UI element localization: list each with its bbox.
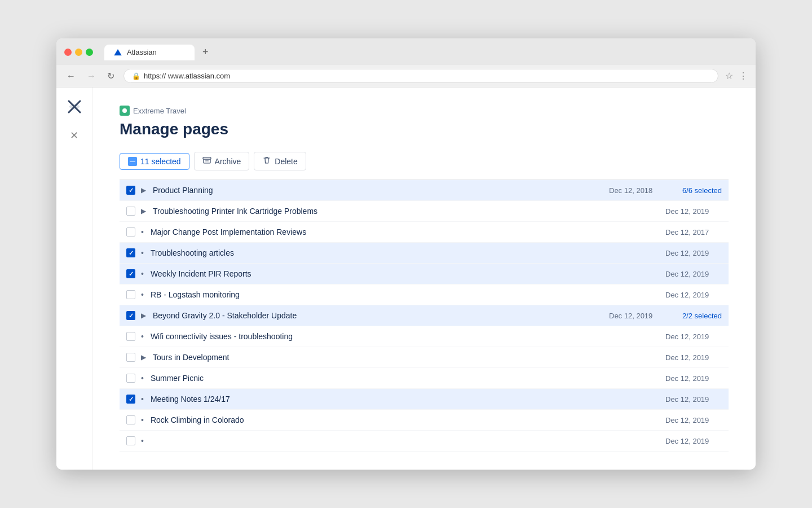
delete-icon bbox=[262, 156, 271, 167]
row-checkbox-unchecked[interactable] bbox=[126, 227, 135, 237]
fullscreen-traffic-light[interactable] bbox=[86, 49, 93, 56]
row-date: Dec 12, 2019 bbox=[665, 395, 722, 404]
project-icon bbox=[120, 106, 130, 116]
row-date: Dec 12, 2019 bbox=[665, 291, 722, 299]
row-date: Dec 12, 2019 bbox=[609, 312, 665, 320]
archive-label: Archive bbox=[215, 157, 241, 166]
row-checkbox-unchecked[interactable] bbox=[126, 332, 135, 341]
table-row[interactable]: •Wifi connectivity issues - troubleshoot… bbox=[120, 326, 729, 347]
row-checkbox-checked[interactable] bbox=[126, 186, 135, 195]
bullet-icon: • bbox=[141, 436, 144, 445]
expand-icon[interactable]: ▶ bbox=[141, 207, 146, 215]
url-bar[interactable]: 🔒 https:// www.atlassian.com bbox=[123, 69, 718, 83]
row-date: Dec 12, 2019 bbox=[665, 416, 722, 424]
table-row[interactable]: •Major Change Post Implementation Review… bbox=[120, 222, 729, 243]
row-date: Dec 12, 2019 bbox=[665, 353, 722, 362]
row-checkbox-unchecked[interactable] bbox=[126, 207, 135, 216]
row-title: Wifi connectivity issues - troubleshooti… bbox=[151, 332, 660, 341]
archive-button[interactable]: Archive bbox=[194, 152, 250, 170]
row-checkbox-unchecked[interactable] bbox=[126, 415, 135, 424]
sidebar: ✕ bbox=[56, 87, 92, 470]
address-bar-actions: ☆ ⋮ bbox=[725, 71, 748, 81]
table-row[interactable]: •Dec 12, 2019 bbox=[120, 431, 729, 452]
browser-body: ✕ Exxtreme Travel Manage pages — 11 sele… bbox=[56, 87, 756, 470]
reload-button[interactable]: ↻ bbox=[105, 69, 117, 82]
bullet-icon: • bbox=[141, 290, 144, 299]
row-title: Troubleshooting articles bbox=[151, 248, 660, 257]
bullet-icon: • bbox=[141, 415, 144, 424]
row-date: Dec 12, 2019 bbox=[665, 332, 722, 341]
close-traffic-light[interactable] bbox=[64, 49, 72, 56]
table-row[interactable]: ▶Beyond Gravity 2.0 - Stakeholder Update… bbox=[120, 305, 729, 326]
back-button[interactable]: ← bbox=[64, 70, 78, 82]
browser-window: Atlassian + ← → ↻ 🔒 https:// www.atlassi… bbox=[56, 38, 756, 470]
row-checkbox-checked[interactable] bbox=[126, 395, 135, 404]
bullet-icon: • bbox=[141, 374, 144, 383]
forward-button[interactable]: → bbox=[85, 70, 98, 82]
table-row[interactable]: •Summer PicnicDec 12, 2019 bbox=[120, 368, 729, 389]
row-date: Dec 12, 2019 bbox=[665, 437, 722, 445]
svg-marker-0 bbox=[114, 49, 121, 55]
bullet-icon: • bbox=[141, 332, 144, 341]
row-title: Meeting Notes 1/24/17 bbox=[151, 395, 660, 404]
row-date: Dec 12, 2018 bbox=[609, 186, 665, 195]
row-checkbox-unchecked[interactable] bbox=[126, 290, 135, 299]
expand-icon[interactable]: ▶ bbox=[141, 312, 146, 319]
action-bar: — 11 selected Archive bbox=[120, 152, 729, 170]
table-row[interactable]: •Troubleshooting articlesDec 12, 2019 bbox=[120, 243, 729, 264]
selected-count-button[interactable]: — 11 selected bbox=[120, 153, 189, 170]
page-title: Manage pages bbox=[120, 120, 729, 138]
table-row[interactable]: •Rock Climbing in ColoradoDec 12, 2019 bbox=[120, 410, 729, 431]
page-content: Exxtreme Travel Manage pages — 11 select… bbox=[92, 87, 756, 470]
row-checkbox-unchecked[interactable] bbox=[126, 374, 135, 383]
row-title: Summer Picnic bbox=[151, 374, 660, 383]
minimize-traffic-light[interactable] bbox=[75, 49, 82, 56]
table-row[interactable]: •Weekly Incident PIR ReportsDec 12, 2019 bbox=[120, 264, 729, 284]
menu-icon[interactable]: ⋮ bbox=[739, 71, 748, 81]
bullet-icon: • bbox=[141, 227, 144, 237]
row-title: Product Planning bbox=[153, 186, 603, 195]
row-checkbox-unchecked[interactable] bbox=[126, 436, 135, 445]
row-title: Tours in Development bbox=[153, 353, 660, 362]
bullet-icon: • bbox=[141, 395, 144, 404]
traffic-lights bbox=[64, 49, 93, 56]
table-row[interactable]: •Meeting Notes 1/24/17Dec 12, 2019 bbox=[120, 389, 729, 410]
row-date: Dec 12, 2019 bbox=[665, 207, 722, 216]
title-bar: Atlassian + bbox=[56, 38, 756, 65]
row-title: Major Change Post Implementation Reviews bbox=[151, 227, 660, 237]
row-date: Dec 12, 2017 bbox=[665, 228, 722, 237]
new-tab-button[interactable]: + bbox=[198, 44, 213, 60]
row-checkbox-checked[interactable] bbox=[126, 311, 135, 320]
delete-button[interactable]: Delete bbox=[254, 152, 306, 170]
partial-check-icon: — bbox=[128, 157, 137, 166]
archive-icon bbox=[202, 156, 211, 167]
row-title: Weekly Incident PIR Reports bbox=[151, 269, 660, 278]
breadcrumb: Exxtreme Travel bbox=[120, 106, 729, 116]
active-tab[interactable]: Atlassian bbox=[104, 45, 195, 60]
lock-icon: 🔒 bbox=[132, 72, 140, 80]
row-badge: 6/6 selected bbox=[671, 186, 722, 195]
row-checkbox-checked[interactable] bbox=[126, 269, 135, 278]
pages-table: ▶Product PlanningDec 12, 20186/6 selecte… bbox=[120, 179, 729, 452]
row-title: Troubleshooting Printer Ink Cartridge Pr… bbox=[153, 207, 660, 216]
expand-icon[interactable]: ▶ bbox=[141, 353, 146, 361]
row-checkbox-checked[interactable] bbox=[126, 248, 135, 257]
bullet-icon: • bbox=[141, 269, 144, 278]
breadcrumb-project[interactable]: Exxtreme Travel bbox=[133, 107, 186, 115]
url-text: https:// www.atlassian.com bbox=[144, 72, 230, 80]
expand-icon[interactable]: ▶ bbox=[141, 186, 146, 194]
sidebar-close-button[interactable]: ✕ bbox=[70, 129, 78, 142]
row-badge: 2/2 selected bbox=[671, 312, 722, 320]
row-title: Beyond Gravity 2.0 - Stakeholder Update bbox=[153, 311, 603, 320]
table-row[interactable]: •RB - Logstash monitoringDec 12, 2019 bbox=[120, 284, 729, 305]
table-row[interactable]: ▶Tours in DevelopmentDec 12, 2019 bbox=[120, 347, 729, 368]
tab-bar: Atlassian + bbox=[104, 44, 213, 60]
tab-favicon-icon bbox=[113, 48, 122, 57]
row-date: Dec 12, 2019 bbox=[665, 374, 722, 383]
table-row[interactable]: ▶Product PlanningDec 12, 20186/6 selecte… bbox=[120, 180, 729, 201]
table-row[interactable]: ▶Troubleshooting Printer Ink Cartridge P… bbox=[120, 201, 729, 222]
row-date: Dec 12, 2019 bbox=[665, 249, 722, 257]
row-checkbox-unchecked[interactable] bbox=[126, 353, 135, 362]
atlassian-logo[interactable] bbox=[67, 99, 82, 118]
bookmark-icon[interactable]: ☆ bbox=[725, 71, 733, 81]
